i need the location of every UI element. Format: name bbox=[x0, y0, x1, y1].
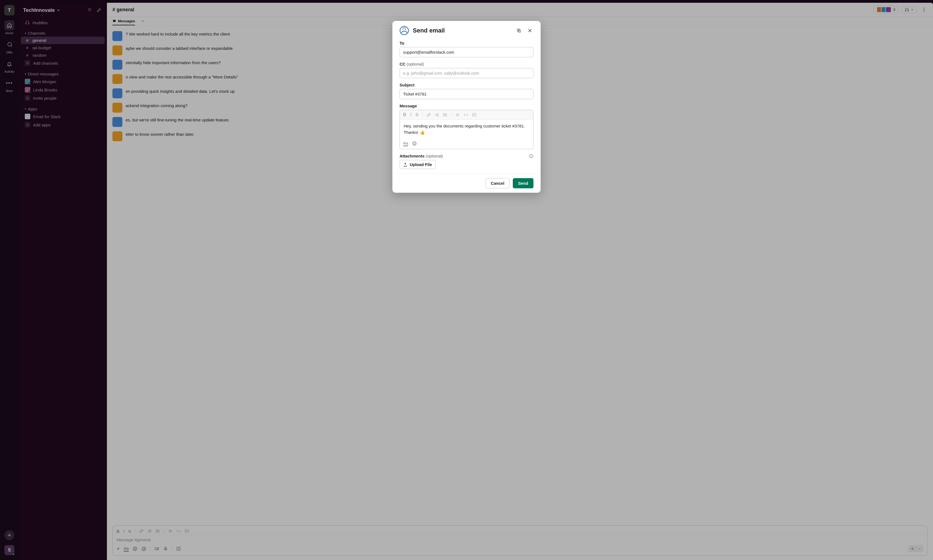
strike-icon[interactable]: S bbox=[415, 112, 419, 117]
emoji-icon[interactable] bbox=[412, 141, 417, 146]
attachments-info[interactable] bbox=[529, 154, 534, 158]
svg-point-21 bbox=[443, 115, 444, 115]
link-icon[interactable] bbox=[427, 112, 431, 117]
message-body[interactable]: Hey, sending you the documents regarding… bbox=[400, 120, 533, 139]
upload-file-button[interactable]: Upload File bbox=[399, 160, 436, 169]
close-button[interactable] bbox=[526, 27, 534, 34]
svg-point-18 bbox=[405, 29, 406, 30]
send-email-modal: Send email To CC (optional) Subject Mess… bbox=[392, 21, 541, 193]
svg-point-16 bbox=[400, 26, 409, 35]
svg-point-20 bbox=[443, 114, 444, 114]
svg-point-17 bbox=[403, 29, 403, 30]
editor-toolbar: B I S bbox=[400, 110, 533, 120]
info-icon bbox=[529, 154, 534, 158]
code-icon[interactable] bbox=[464, 112, 468, 117]
format-toggle-icon[interactable]: Aa bbox=[403, 141, 408, 146]
ol-icon[interactable] bbox=[435, 112, 439, 117]
svg-point-24 bbox=[413, 142, 416, 145]
italic-icon[interactable]: I bbox=[410, 112, 412, 117]
attachments-label: Attachments (optional) bbox=[399, 152, 443, 160]
cc-input[interactable] bbox=[399, 68, 534, 78]
send-button[interactable]: Send bbox=[513, 178, 534, 188]
codeblock-icon[interactable] bbox=[472, 112, 477, 117]
upload-icon bbox=[403, 162, 407, 167]
close-icon bbox=[527, 28, 532, 33]
ul-icon[interactable] bbox=[443, 112, 447, 117]
to-input[interactable] bbox=[399, 47, 534, 57]
message-editor: B I S Hey, sending you the documents reg… bbox=[399, 110, 534, 149]
to-label: To bbox=[399, 39, 534, 47]
svg-point-25 bbox=[413, 143, 414, 143]
subject-input[interactable] bbox=[399, 89, 534, 99]
quote-icon[interactable] bbox=[455, 112, 460, 117]
cc-label: CC (optional) bbox=[399, 60, 534, 68]
upload-file-label: Upload File bbox=[410, 162, 432, 167]
svg-point-26 bbox=[415, 143, 415, 143]
app-logo bbox=[399, 26, 409, 35]
modal-title: Send email bbox=[413, 27, 511, 34]
expand-icon bbox=[517, 28, 521, 33]
message-label: Message bbox=[399, 102, 534, 110]
cancel-button[interactable]: Cancel bbox=[486, 178, 509, 188]
subject-label: Subject bbox=[399, 81, 534, 89]
svg-point-22 bbox=[443, 115, 444, 116]
bold-icon[interactable]: B bbox=[403, 112, 406, 117]
expand-button[interactable] bbox=[515, 27, 523, 34]
